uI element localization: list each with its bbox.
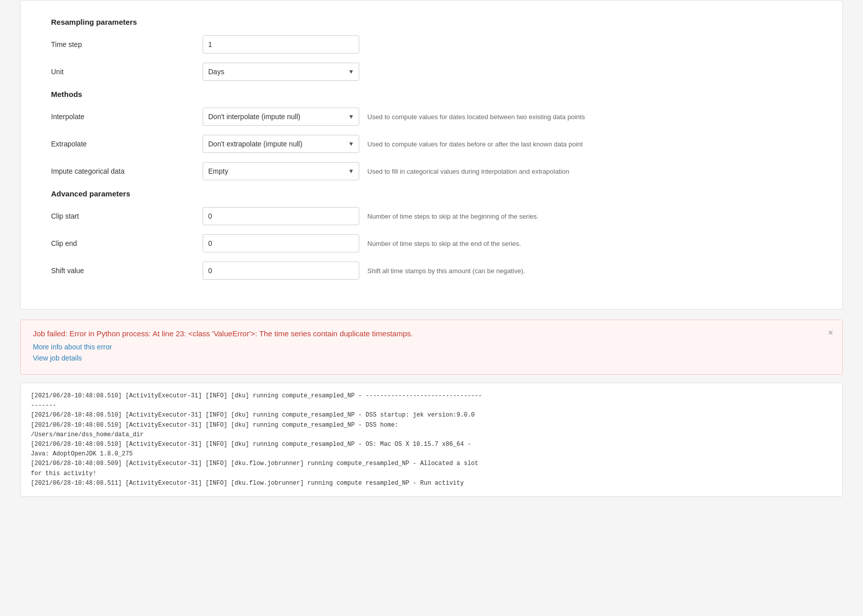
unit-select-wrapper: Days Hours Minutes Seconds Weeks Months …: [203, 63, 359, 81]
interpolate-control: Don't interpolate (impute null) Linear i…: [203, 108, 585, 126]
impute-row: Impute categorical data Empty Most frequ…: [51, 162, 822, 180]
shift-label: Shift value: [51, 267, 203, 275]
shift-row: Shift value Shift all time stamps by thi…: [51, 262, 822, 280]
shift-hint: Shift all time stamps by this amount (ca…: [367, 267, 525, 275]
extrapolate-label: Extrapolate: [51, 140, 203, 148]
unit-select[interactable]: Days Hours Minutes Seconds Weeks Months: [203, 63, 359, 81]
interpolate-select-wrapper: Don't interpolate (impute null) Linear i…: [203, 108, 359, 126]
clip-start-hint: Number of time steps to skip at the begi…: [367, 213, 539, 220]
interpolate-select[interactable]: Don't interpolate (impute null) Linear i…: [203, 108, 359, 126]
clip-start-row: Clip start Number of time steps to skip …: [51, 207, 822, 225]
clip-start-input[interactable]: [203, 207, 359, 225]
interpolate-row: Interpolate Don't interpolate (impute nu…: [51, 108, 822, 126]
clip-end-row: Clip end Number of time steps to skip at…: [51, 234, 822, 252]
log-panel: [2021/06/28-10:48:08.510] [ActivityExecu…: [20, 383, 843, 497]
view-job-link[interactable]: View job details: [33, 354, 830, 362]
impute-control: Empty Most frequent value Previous value…: [203, 162, 569, 180]
interpolate-label: Interpolate: [51, 113, 203, 121]
clip-end-input[interactable]: [203, 234, 359, 252]
extrapolate-select-wrapper: Don't extrapolate (impute null) Extrapol…: [203, 135, 359, 153]
clip-end-hint: Number of time steps to skip at the end …: [367, 240, 521, 247]
error-message: Job failed: Error in Python process: At …: [33, 329, 830, 338]
shift-control: Shift all time stamps by this amount (ca…: [203, 262, 525, 280]
time-step-row: Time step: [51, 35, 822, 54]
methods-section-title: Methods: [51, 90, 822, 98]
unit-label: Unit: [51, 68, 203, 76]
error-close-button[interactable]: ×: [828, 328, 833, 337]
impute-hint: Used to fill in categorical values durin…: [367, 168, 569, 175]
more-info-link[interactable]: More info about this error: [33, 343, 830, 351]
settings-panel: Resampling parameters Time step Unit Day…: [20, 0, 843, 310]
extrapolate-control: Don't extrapolate (impute null) Extrapol…: [203, 135, 583, 153]
impute-select-wrapper: Empty Most frequent value Previous value…: [203, 162, 359, 180]
clip-start-label: Clip start: [51, 212, 203, 220]
clip-start-control: Number of time steps to skip at the begi…: [203, 207, 539, 225]
impute-select[interactable]: Empty Most frequent value Previous value…: [203, 162, 359, 180]
clip-end-control: Number of time steps to skip at the end …: [203, 234, 521, 252]
advanced-section-title: Advanced parameters: [51, 189, 822, 198]
log-line: [2021/06/28-10:48:08.510] [ActivityExecu…: [31, 391, 832, 488]
shift-input[interactable]: [203, 262, 359, 280]
impute-label: Impute categorical data: [51, 167, 203, 175]
unit-row: Unit Days Hours Minutes Seconds Weeks Mo…: [51, 63, 822, 81]
time-step-control: [203, 35, 359, 54]
clip-end-label: Clip end: [51, 239, 203, 247]
extrapolate-row: Extrapolate Don't extrapolate (impute nu…: [51, 135, 822, 153]
error-panel: Job failed: Error in Python process: At …: [20, 320, 843, 375]
extrapolate-select[interactable]: Don't extrapolate (impute null) Extrapol…: [203, 135, 359, 153]
interpolate-hint: Used to compute values for dates located…: [367, 113, 585, 121]
main-container: Resampling parameters Time step Unit Day…: [0, 0, 863, 616]
time-step-label: Time step: [51, 40, 203, 48]
unit-control: Days Hours Minutes Seconds Weeks Months …: [203, 63, 359, 81]
time-step-input[interactable]: [203, 35, 359, 54]
resampling-section-title: Resampling parameters: [51, 18, 822, 26]
extrapolate-hint: Used to compute values for dates before …: [367, 140, 583, 148]
